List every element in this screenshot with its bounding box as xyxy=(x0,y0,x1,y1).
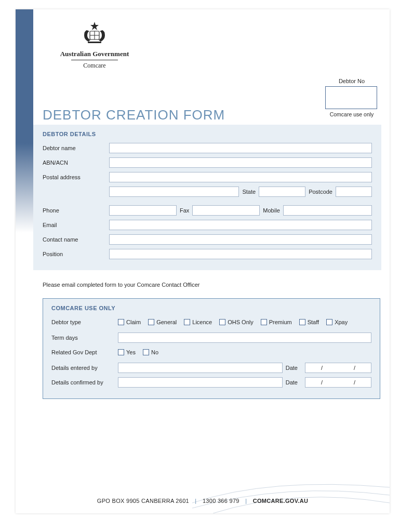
input-term-days[interactable] xyxy=(118,332,371,343)
input-state[interactable] xyxy=(259,187,305,197)
input-confirmed-by[interactable] xyxy=(118,377,283,388)
checkbox-ohs[interactable]: OHS Only xyxy=(219,319,254,325)
debtor-details-panel: DEBTOR DETAILS Debtor name ABN/ACN Posta… xyxy=(33,125,381,270)
debtor-no-input[interactable] xyxy=(325,86,377,109)
checkbox-staff[interactable]: Staff xyxy=(299,319,319,325)
label-postcode: Postcode xyxy=(305,189,336,195)
checkbox-premium[interactable]: Premium xyxy=(261,319,292,325)
input-entered-by[interactable] xyxy=(118,363,283,373)
page: Australian Government Comcare Debtor No … xyxy=(16,9,390,513)
label-postal: Postal address xyxy=(43,174,109,180)
label-debtor-type: Debtor type xyxy=(51,319,118,325)
comcare-heading: COMCARE USE ONLY xyxy=(51,305,371,311)
footer-phone: 1300 366 979 xyxy=(203,498,239,504)
label-abn: ABN/ACN xyxy=(43,159,109,166)
label-debtor-name: Debtor name xyxy=(43,145,109,151)
label-contact: Contact name xyxy=(43,236,109,243)
label-entered-by: Details entered by xyxy=(51,365,118,371)
footer-address: GPO BOX 9905 CANBERRA 2601 xyxy=(97,498,189,504)
label-phone: Phone xyxy=(43,207,109,214)
agency-label: Comcare xyxy=(71,60,118,70)
checkbox-yes[interactable]: Yes xyxy=(118,349,136,355)
input-debtor-name[interactable] xyxy=(109,143,372,153)
sidebar-accent xyxy=(16,9,33,233)
decorative-swoosh xyxy=(192,451,390,513)
input-date-confirmed[interactable]: // xyxy=(305,377,371,388)
label-mobile: Mobile xyxy=(260,207,283,214)
label-related-gov: Related Gov Dept xyxy=(51,349,118,355)
input-postcode[interactable] xyxy=(336,187,372,197)
debtor-no-block: Debtor No Comcare use only xyxy=(325,78,378,117)
comcare-use-panel: COMCARE USE ONLY Debtor type Claim Gener… xyxy=(43,298,380,399)
input-mobile[interactable] xyxy=(283,205,372,216)
debtor-details-heading: DEBTOR DETAILS xyxy=(43,131,372,137)
label-term-days: Term days xyxy=(51,335,118,341)
label-date-1: Date xyxy=(283,365,301,371)
label-email: Email xyxy=(43,222,109,228)
label-state: State xyxy=(239,189,259,195)
footer: GPO BOX 9905 CANBERRA 2601 | 1300 366 97… xyxy=(16,498,390,504)
form-title: DEBTOR CREATION FORM xyxy=(43,107,225,123)
instruction-text: Please email completed form to your Comc… xyxy=(43,282,199,288)
footer-web: COMCARE.GOV.AU xyxy=(253,498,308,504)
checkbox-licence[interactable]: Licence xyxy=(184,319,212,325)
input-phone[interactable] xyxy=(109,205,177,216)
input-fax[interactable] xyxy=(192,205,260,216)
label-fax: Fax xyxy=(177,207,192,214)
svg-marker-0 xyxy=(90,22,99,30)
label-confirmed-by: Details confirmed by xyxy=(51,379,118,385)
input-postal-1[interactable] xyxy=(109,172,372,182)
input-position[interactable] xyxy=(109,249,372,259)
debtor-no-sublabel: Comcare use only xyxy=(325,111,378,117)
crest-icon xyxy=(76,21,113,47)
checkbox-claim[interactable]: Claim xyxy=(118,319,141,325)
gov-label: Australian Government xyxy=(43,50,146,58)
input-date-entered[interactable]: // xyxy=(305,363,371,373)
input-postal-2[interactable] xyxy=(109,187,239,197)
input-email[interactable] xyxy=(109,220,372,230)
input-contact[interactable] xyxy=(109,234,372,245)
checkbox-xpay[interactable]: Xpay xyxy=(326,319,348,325)
debtor-no-label: Debtor No xyxy=(325,78,378,84)
checkbox-no[interactable]: No xyxy=(143,349,158,355)
svg-rect-4 xyxy=(88,42,101,43)
input-abn[interactable] xyxy=(109,157,372,168)
checkbox-general[interactable]: General xyxy=(148,319,177,325)
label-position: Position xyxy=(43,251,109,257)
header-block: Australian Government Comcare xyxy=(43,21,146,70)
label-date-2: Date xyxy=(283,379,301,385)
